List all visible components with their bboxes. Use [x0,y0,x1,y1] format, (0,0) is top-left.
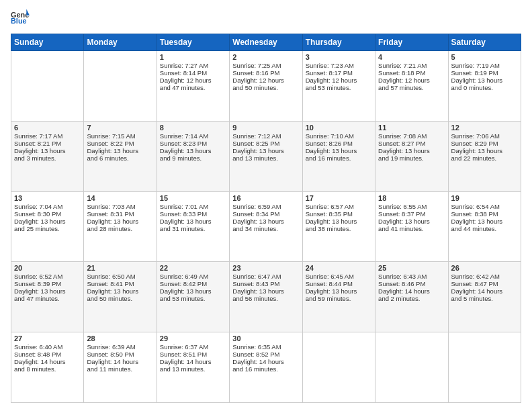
calendar-cell: 11Sunrise: 7:08 AMSunset: 8:27 PMDayligh… [375,121,448,191]
day-header-saturday: Saturday [448,34,521,51]
day-info-line: Sunrise: 6:55 AM [378,203,445,210]
day-info-line: Daylight: 13 hours [451,147,518,154]
day-info-line: Daylight: 13 hours [87,218,153,225]
day-number: 22 [160,264,226,272]
day-info-line: Daylight: 14 hours [378,287,445,295]
day-info-line: Daylight: 13 hours [232,147,299,154]
day-info-line: Daylight: 14 hours [451,287,518,295]
day-info-line: Daylight: 14 hours [232,358,299,365]
calendar-cell: 29Sunrise: 6:37 AMSunset: 8:51 PMDayligh… [157,332,229,403]
day-info-line: and 50 minutes. [87,295,153,302]
logo: General Blue [11,8,32,27]
day-info-line: Daylight: 13 hours [14,218,81,225]
calendar-cell: 20Sunrise: 6:52 AMSunset: 8:39 PMDayligh… [11,262,84,332]
day-number: 29 [160,334,226,342]
day-info-line: Daylight: 13 hours [306,218,372,225]
day-info-line: Daylight: 13 hours [14,287,81,295]
day-info-line: Sunrise: 6:42 AM [451,273,518,280]
day-number: 21 [87,264,153,272]
day-info-line: Sunrise: 6:47 AM [232,273,299,280]
day-info-line: Daylight: 13 hours [160,147,226,154]
day-info-line: Sunrise: 6:39 AM [87,343,153,351]
day-header-monday: Monday [84,34,157,51]
day-number: 30 [232,334,299,342]
day-number: 11 [378,124,445,132]
day-info-line: Sunset: 8:52 PM [232,351,299,358]
day-number: 12 [451,124,518,132]
day-info-line: Sunrise: 7:12 AM [232,132,299,140]
day-info-line: Sunrise: 6:52 AM [14,273,81,280]
calendar-cell: 6Sunrise: 7:17 AMSunset: 8:21 PMDaylight… [11,121,84,191]
calendar-week-row: 13Sunrise: 7:04 AMSunset: 8:30 PMDayligh… [11,191,521,262]
day-info-line: Daylight: 13 hours [451,77,518,84]
calendar-cell: 9Sunrise: 7:12 AMSunset: 8:25 PMDaylight… [230,121,302,191]
day-info-line: Sunset: 8:18 PM [378,69,445,77]
day-info-line: Sunset: 8:26 PM [306,140,372,147]
day-number: 15 [160,194,226,202]
day-number: 8 [160,124,226,132]
day-info-line: and 41 minutes. [378,225,445,232]
day-info-line: Sunset: 8:51 PM [160,351,226,358]
day-info-line: Daylight: 13 hours [451,218,518,225]
day-number: 1 [160,53,226,61]
calendar-cell: 26Sunrise: 6:42 AMSunset: 8:47 PMDayligh… [448,262,521,332]
day-info-line: Sunset: 8:44 PM [306,280,372,287]
day-header-tuesday: Tuesday [157,34,229,51]
day-info-line: Daylight: 13 hours [87,287,153,295]
calendar-cell: 24Sunrise: 6:45 AMSunset: 8:44 PMDayligh… [302,262,375,332]
calendar-cell: 10Sunrise: 7:10 AMSunset: 8:26 PMDayligh… [302,121,375,191]
day-info-line: and 22 minutes. [451,154,518,162]
day-info-line: and 25 minutes. [14,225,81,232]
calendar-cell [448,332,521,403]
day-header-friday: Friday [375,34,448,51]
day-info-line: and 13 minutes. [160,365,226,373]
day-info-line: Sunset: 8:19 PM [451,69,518,77]
day-info-line: Sunset: 8:27 PM [378,140,445,147]
header: General Blue [11,8,521,27]
day-info-line: Sunrise: 7:27 AM [160,62,226,69]
day-number: 19 [451,194,518,202]
logo-icon: General Blue [11,8,30,27]
day-info-line: and 16 minutes. [232,365,299,373]
day-info-line: Sunrise: 6:50 AM [87,273,153,280]
day-number: 18 [378,194,445,202]
day-info-line: and 47 minutes. [14,295,81,302]
calendar-cell: 12Sunrise: 7:06 AMSunset: 8:29 PMDayligh… [448,121,521,191]
day-info-line: Sunrise: 7:03 AM [87,203,153,210]
day-info-line: Sunrise: 6:49 AM [160,273,226,280]
day-info-line: Daylight: 13 hours [306,287,372,295]
day-info-line: Daylight: 13 hours [87,147,153,154]
day-info-line: Sunset: 8:48 PM [14,351,81,358]
calendar-cell: 8Sunrise: 7:14 AMSunset: 8:23 PMDaylight… [157,121,229,191]
calendar-cell: 1Sunrise: 7:27 AMSunset: 8:14 PMDaylight… [157,51,229,122]
day-info-line: and 9 minutes. [160,154,226,162]
day-info-line: Daylight: 13 hours [378,147,445,154]
day-number: 25 [378,264,445,272]
calendar-table: SundayMondayTuesdayWednesdayThursdayFrid… [11,34,521,403]
day-number: 28 [87,334,153,342]
day-number: 13 [14,194,81,202]
calendar-cell: 21Sunrise: 6:50 AMSunset: 8:41 PMDayligh… [84,262,157,332]
day-info-line: and 50 minutes. [232,84,299,91]
day-info-line: Sunrise: 6:35 AM [232,343,299,351]
calendar-cell: 15Sunrise: 7:01 AMSunset: 8:33 PMDayligh… [157,191,229,262]
day-info-line: Sunset: 8:17 PM [306,69,372,77]
day-info-line: Daylight: 12 hours [232,77,299,84]
day-info-line: Sunrise: 7:14 AM [160,132,226,140]
day-info-line: Sunset: 8:37 PM [378,210,445,218]
day-info-line: Sunrise: 6:57 AM [306,203,372,210]
calendar-week-row: 20Sunrise: 6:52 AMSunset: 8:39 PMDayligh… [11,262,521,332]
day-info-line: Sunset: 8:22 PM [87,140,153,147]
day-number: 20 [14,264,81,272]
day-info-line: Sunrise: 6:40 AM [14,343,81,351]
day-info-line: Sunset: 8:23 PM [160,140,226,147]
day-info-line: Sunrise: 6:54 AM [451,203,518,210]
day-number: 3 [306,53,372,61]
day-info-line: and 11 minutes. [87,365,153,373]
calendar-cell: 14Sunrise: 7:03 AMSunset: 8:31 PMDayligh… [84,191,157,262]
calendar-cell: 16Sunrise: 6:59 AMSunset: 8:34 PMDayligh… [230,191,302,262]
calendar-cell [84,51,157,122]
calendar-cell: 13Sunrise: 7:04 AMSunset: 8:30 PMDayligh… [11,191,84,262]
day-info-line: Sunset: 8:29 PM [451,140,518,147]
calendar-cell [11,51,84,122]
